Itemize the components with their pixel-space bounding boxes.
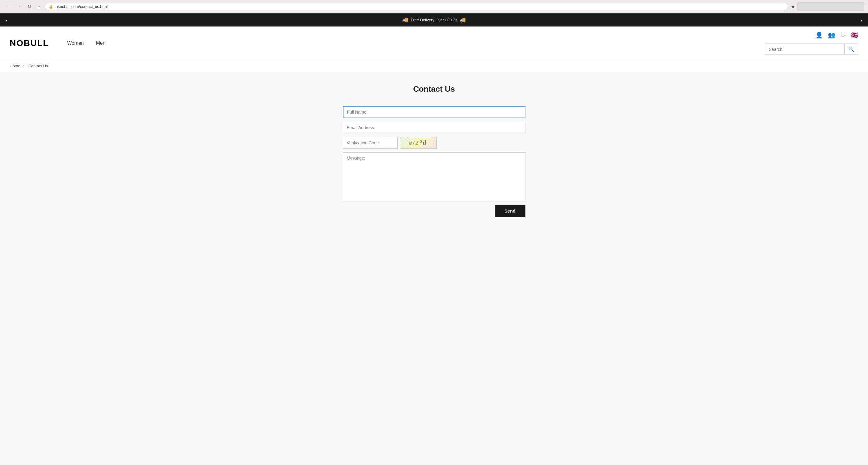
verification-row: e/2⁰d <box>343 137 525 149</box>
reload-button[interactable]: ↻ <box>26 2 33 11</box>
verification-code-input[interactable] <box>343 137 398 149</box>
truck-icon: 🚚 <box>402 17 408 23</box>
search-input[interactable] <box>765 45 844 54</box>
announcement-message: Free Delivery Over £80.73 <box>411 18 457 22</box>
secure-icon: 🔒 <box>49 5 53 9</box>
nav-men[interactable]: Men <box>96 40 105 46</box>
add-account-icon: 👥 <box>828 32 835 38</box>
address-bar[interactable]: 🔒 uknobull.com/contact_us.html <box>45 3 788 10</box>
main-content: Contact Us e/2⁰d Send <box>0 72 868 465</box>
main-nav: Women Men <box>67 40 765 46</box>
language-icon-button[interactable]: 🇬🇧 <box>851 31 858 39</box>
full-name-input[interactable] <box>343 106 525 118</box>
header-actions: 👤 👥 ♡ 🇬🇧 🔍 <box>765 31 858 55</box>
wishlist-icon-button[interactable]: ♡ <box>840 31 846 39</box>
send-button[interactable]: Send <box>495 205 525 217</box>
announcement-text: 🚚 Free Delivery Over £80.73 🚚 <box>402 17 465 23</box>
bookmark-button[interactable]: ★ <box>791 4 795 9</box>
home-button[interactable]: ⌂ <box>36 3 42 11</box>
breadcrumb: Home :: Contact Us <box>0 60 868 72</box>
account-icon-button[interactable]: 👤 <box>815 31 823 39</box>
announcement-next-button[interactable]: › <box>860 18 862 23</box>
announcement-prev-button[interactable]: ‹ <box>6 18 8 23</box>
logo[interactable]: NOBULL <box>10 38 49 48</box>
truck-icon-2: 🚚 <box>460 17 466 23</box>
message-textarea[interactable] <box>343 152 525 201</box>
flag-icon: 🇬🇧 <box>851 32 858 38</box>
header-icons: 👤 👥 ♡ 🇬🇧 <box>815 31 858 39</box>
add-account-icon-button[interactable]: 👥 <box>828 31 835 39</box>
form-submit-row: Send <box>343 205 525 217</box>
nav-women[interactable]: Women <box>67 40 84 46</box>
breadcrumb-current: Contact Us <box>28 64 48 68</box>
url-text: uknobull.com/contact_us.html <box>56 4 784 9</box>
announcement-bar: ‹ 🚚 Free Delivery Over £80.73 🚚 › <box>0 13 868 27</box>
search-button[interactable]: 🔍 <box>844 44 858 55</box>
page-title: Contact Us <box>6 84 862 94</box>
account-icon: 👤 <box>815 32 823 38</box>
browser-chrome: ← → ↻ ⌂ 🔒 uknobull.com/contact_us.html ★ <box>0 0 868 13</box>
back-button[interactable]: ← <box>4 3 12 11</box>
breadcrumb-home[interactable]: Home <box>10 64 20 68</box>
forward-button[interactable]: → <box>14 3 23 11</box>
search-container: 🔍 <box>765 43 858 55</box>
header: NOBULL Women Men 👤 👥 ♡ 🇬🇧 🔍 <box>0 27 868 60</box>
heart-icon: ♡ <box>840 32 846 38</box>
breadcrumb-separator: :: <box>23 64 25 68</box>
contact-form: e/2⁰d Send <box>343 106 525 217</box>
browser-search-input[interactable] <box>798 2 864 11</box>
captcha-image[interactable]: e/2⁰d <box>400 137 437 149</box>
captcha-text: e/2⁰d <box>409 139 428 146</box>
search-icon: 🔍 <box>848 47 854 52</box>
email-input[interactable] <box>343 122 525 134</box>
